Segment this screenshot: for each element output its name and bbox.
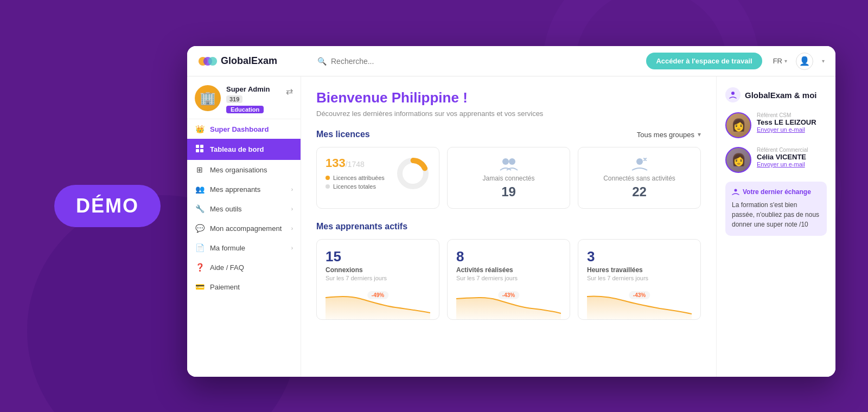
sidebar-item-organisations[interactable]: ⊞ Mes organisations — [187, 160, 301, 179]
trend-badge-2: -43% — [629, 291, 650, 299]
header: GlobalExam 🔍 Accéder à l'espace de trava… — [187, 46, 835, 76]
demo-badge: DÉMO — [54, 185, 161, 227]
exchange-text: La formation s'est bien passée, n'oublie… — [732, 200, 820, 229]
app-body: 🏢 Super Admin 319 Education ⇄ 👑 Super Da… — [187, 76, 835, 377]
arrow-icon: › — [291, 245, 293, 251]
svg-point-13 — [735, 189, 737, 192]
sidebar-item-aide[interactable]: ❓ Aide / FAQ — [187, 258, 301, 277]
sidebar-item-label: Paiement — [210, 283, 293, 291]
contact-commercial: 👩 Référent Commercial Célia VICENTE Envo… — [725, 147, 827, 173]
connected-no-activity-card: Connectés sans activités 22 — [578, 147, 701, 209]
right-panel: GlobalExam & moi 👩 Référent CSM Tess LE … — [716, 76, 835, 377]
logo-icon — [198, 55, 218, 68]
apprenant-label-1: Activités réalisées — [456, 266, 561, 274]
chart-area-1: -43% — [456, 287, 561, 319]
apprenant-card-0: 15 Connexions Sur les 7 derniers jours — [316, 239, 439, 320]
apprenants-grid: 15 Connexions Sur les 7 derniers jours — [316, 239, 701, 320]
svg-point-10 — [509, 158, 515, 165]
connected-no-activity-label: Connectés sans activités — [587, 175, 692, 182]
avatar-csm: 👩 — [725, 112, 751, 138]
never-connected-card: Jamais connectés 19 — [447, 147, 570, 209]
tag-number: 319 — [226, 95, 242, 103]
search-input[interactable] — [331, 57, 439, 66]
dot-orange — [326, 176, 330, 180]
apprenant-label-2: Heures travaillées — [587, 266, 692, 274]
apprenant-label-0: Connexions — [326, 266, 430, 274]
org-icon: ⊞ — [195, 165, 205, 174]
sidebar-item-label: Mon accompagnement — [210, 224, 286, 233]
licence-donut-chart — [395, 156, 430, 191]
exchange-icon — [732, 188, 739, 196]
svg-point-11 — [636, 158, 643, 165]
apprenant-num-0: 15 — [326, 248, 430, 265]
avatar-commercial: 👩 — [725, 147, 751, 173]
connected-no-activity-count: 22 — [587, 184, 692, 199]
contact-csm: 👩 Référent CSM Tess LE LEIZOUR Envoyer u… — [725, 112, 827, 138]
sidebar-item-super-dashboard[interactable]: 👑 Super Dashboard — [187, 119, 301, 139]
licence-legend: Licences attribuées Licences totales — [326, 175, 388, 190]
svg-rect-4 — [200, 145, 203, 148]
trend-badge-0: -49% — [367, 291, 388, 299]
licences-title: Mes licences — [316, 130, 370, 139]
app-window: GlobalExam 🔍 Accéder à l'espace de trava… — [187, 46, 835, 377]
legend-total: Licences totales — [326, 183, 388, 190]
group-label: Tous mes groupes — [637, 131, 694, 139]
arrow-icon: › — [291, 186, 293, 192]
settings-icon[interactable]: ⇄ — [286, 86, 293, 96]
never-connected-count: 19 — [456, 184, 561, 199]
welcome-title: Bienvenue Philippine ! — [316, 89, 701, 106]
sidebar-item-apprenants[interactable]: 👥 Mes apprenants › — [187, 179, 301, 199]
panel-title: GlobalExam & moi — [725, 87, 827, 102]
group-selector[interactable]: Tous mes groupes ▾ — [637, 131, 701, 139]
tools-icon: 🔧 — [195, 204, 205, 213]
contact-info-csm: Référent CSM Tess LE LEIZOUR Envoyer un … — [757, 112, 827, 138]
sidebar-item-tableau[interactable]: Tableau de bord — [187, 139, 301, 160]
workspace-button[interactable]: Accéder à l'espace de travail — [646, 53, 762, 69]
building-icon: 🏢 — [200, 91, 216, 106]
exchange-header: Votre dernier échange — [732, 188, 820, 196]
svg-rect-5 — [196, 149, 199, 152]
apprenant-card-1: 8 Activités réalisées Sur les 7 derniers… — [447, 239, 570, 320]
header-right: FR ▾ 👤 ▾ — [773, 53, 825, 70]
contact-role-commercial: Référent Commercial — [757, 147, 827, 153]
contact-email-csm[interactable]: Envoyer un e-mail — [757, 126, 827, 133]
contact-info-commercial: Référent Commercial Célia VICENTE Envoye… — [757, 147, 827, 173]
svg-point-12 — [731, 92, 735, 95]
apprenant-num-1: 8 — [456, 248, 561, 265]
contact-email-commercial[interactable]: Envoyer un e-mail — [757, 161, 827, 168]
arrow-icon: › — [291, 226, 293, 231]
welcome-subtitle: Découvrez les dernières informations sur… — [316, 110, 701, 118]
apprenants-header: Mes apprenants actifs — [316, 222, 701, 231]
user-icon[interactable]: 👤 — [796, 53, 813, 70]
apprenant-sub-1: Sur les 7 derniers jours — [456, 275, 561, 281]
profile-info: Super Admin 319 Education — [226, 85, 280, 113]
sidebar-item-formule[interactable]: 📄 Ma formule › — [187, 238, 301, 258]
tag-education: Education — [226, 106, 264, 113]
chart-area-0: -49% — [326, 287, 430, 319]
payment-icon: 💳 — [195, 282, 205, 291]
logo-area: GlobalExam — [198, 55, 307, 68]
apprenants-title: Mes apprenants actifs — [316, 222, 407, 231]
search-icon: 🔍 — [317, 57, 327, 66]
sidebar-item-paiement[interactable]: 💳 Paiement — [187, 277, 301, 297]
sidebar-item-accompagnement[interactable]: 💬 Mon accompagnement › — [187, 218, 301, 238]
help-icon: ❓ — [195, 263, 205, 272]
licences-header: Mes licences Tous mes groupes ▾ — [316, 130, 701, 139]
sidebar-item-label: Mes apprenants — [210, 185, 286, 194]
sidebar-item-outils[interactable]: 🔧 Mes outils › — [187, 199, 301, 218]
licence-stats: 133/1748 Licences attribuées Licences to… — [326, 156, 388, 192]
search-area: 🔍 — [307, 57, 646, 66]
apprenant-card-2: 3 Heures travaillées Sur les 7 derniers … — [578, 239, 701, 320]
sidebar-item-label: Aide / FAQ — [210, 263, 293, 272]
main-content: Bienvenue Philippine ! Découvrez les der… — [301, 76, 716, 377]
svg-point-2 — [208, 56, 217, 65]
arrow-icon: › — [291, 206, 293, 212]
licences-grid: 133/1748 Licences attribuées Licences to… — [316, 147, 701, 209]
svg-rect-3 — [196, 145, 199, 148]
lang-selector[interactable]: FR ▾ — [773, 57, 787, 65]
sidebar-item-label: Super Dashboard — [210, 125, 293, 133]
contact-name-commercial: Célia VICENTE — [757, 153, 827, 161]
avatar: 🏢 — [195, 85, 221, 111]
sidebar-item-label: Ma formule — [210, 244, 286, 252]
dot-gray — [326, 184, 330, 189]
